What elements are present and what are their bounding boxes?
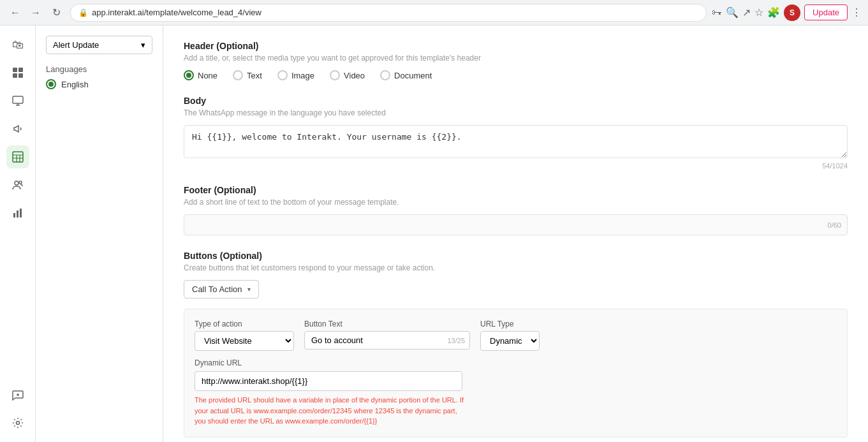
left-panel: Alert Update ▾ Languages English (36, 26, 163, 442)
button-text-group: Button Text 13/25 (304, 320, 470, 351)
action-row-header: Type of action Visit Website Call Phone … (195, 320, 837, 351)
svg-rect-0 (13, 68, 17, 72)
footer-section: Footer (Optional) Add a short line of te… (184, 185, 848, 235)
extension-icon[interactable]: 🧩 (767, 6, 780, 18)
lock-icon: 🔒 (78, 8, 88, 17)
image-radio[interactable] (277, 70, 288, 80)
document-radio[interactable] (380, 70, 390, 80)
footer-char-count: 0/60 (828, 221, 841, 229)
url-text: app.interakt.ai/template/welcome_lead_4/… (92, 8, 261, 17)
nav-monitor[interactable] (6, 89, 29, 112)
footer-title: Footer (Optional) (184, 185, 848, 195)
nav-bag[interactable]: 🛍 (6, 33, 29, 56)
nav-megaphone[interactable] (6, 117, 29, 140)
svg-rect-9 (17, 210, 18, 217)
none-radio[interactable] (184, 70, 194, 80)
button-text-char-count: 13/25 (447, 337, 465, 344)
footer-desc: Add a short line of text to the bottom o… (184, 198, 848, 207)
type-of-action-select[interactable]: Visit Website Call Phone Number (195, 331, 294, 351)
main-content: Header (Optional) Add a title, or, selec… (163, 26, 868, 442)
url-type-group: URL Type Dynamic Static (480, 320, 540, 351)
text-radio[interactable] (233, 70, 243, 80)
buttons-section: Buttons (Optional) Create buttons that l… (184, 251, 848, 438)
header-radio-group: None Text Image Video Document (184, 70, 848, 80)
body-char-count: 54/1024 (184, 162, 848, 170)
cta-dropdown[interactable]: Call To Action ▾ (184, 280, 259, 298)
nav-people[interactable] (6, 173, 29, 196)
svg-rect-10 (20, 209, 22, 217)
svg-rect-1 (18, 68, 23, 72)
video-radio[interactable] (330, 70, 340, 80)
svg-point-11 (16, 422, 19, 425)
browser-navigation[interactable]: ← → ↻ (6, 4, 65, 22)
url-type-select[interactable]: Dynamic Static (480, 331, 540, 351)
key-icon[interactable]: 🗝 (712, 7, 722, 18)
dynamic-url-input[interactable] (195, 371, 462, 391)
languages-label: Languages (46, 64, 152, 74)
url-warning: The provided URL should have a variable … (195, 395, 469, 427)
update-button[interactable]: Update (804, 4, 848, 20)
browser-bar: ← → ↻ 🔒 app.interakt.ai/template/welcome… (0, 0, 868, 26)
nav-settings[interactable] (6, 411, 29, 434)
cta-chevron-icon: ▾ (247, 286, 251, 293)
svg-rect-3 (18, 73, 23, 78)
header-title: Header (Optional) (184, 41, 848, 51)
svg-rect-4 (13, 96, 23, 103)
nav-add-chat[interactable] (6, 383, 29, 406)
more-button[interactable]: ⋮ (851, 6, 862, 18)
header-section: Header (Optional) Add a title, or, selec… (184, 41, 848, 80)
chevron-down-icon: ▾ (141, 40, 145, 50)
browser-actions: 🗝 🔍 ↗ ☆ 🧩 S Update ⋮ (712, 4, 862, 21)
nav-table[interactable] (6, 145, 29, 168)
header-option-none[interactable]: None (184, 70, 217, 80)
body-section: Body The WhatsApp message in the languag… (184, 96, 848, 170)
header-desc: Add a title, or, select the media type y… (184, 54, 848, 63)
english-radio[interactable] (46, 79, 56, 89)
button-text-label: Button Text (304, 320, 470, 328)
type-of-action-group: Type of action Visit Website Call Phone … (195, 320, 294, 351)
star-icon[interactable]: ☆ (754, 6, 763, 18)
buttons-desc: Create buttons that let customers respon… (184, 263, 848, 272)
url-type-label: URL Type (480, 320, 540, 328)
header-option-video[interactable]: Video (330, 70, 365, 80)
address-bar[interactable]: 🔒 app.interakt.ai/template/welcome_lead_… (70, 4, 707, 22)
svg-rect-2 (13, 73, 17, 78)
dynamic-url-label: Dynamic URL (195, 358, 837, 367)
type-of-action-label: Type of action (195, 320, 294, 328)
dynamic-url-section: Dynamic URL The provided URL should have… (195, 358, 837, 427)
header-option-text[interactable]: Text (233, 70, 262, 80)
body-desc: The WhatsApp message in the language you… (184, 108, 848, 117)
buttons-title: Buttons (Optional) (184, 251, 848, 261)
share-icon[interactable]: ↗ (742, 6, 751, 18)
svg-point-7 (19, 181, 22, 184)
body-textarea[interactable]: Hi {{1}}, welcome to Interakt. Your user… (184, 125, 848, 158)
svg-rect-5 (13, 152, 23, 162)
body-title: Body (184, 96, 848, 106)
header-option-document[interactable]: Document (380, 70, 432, 80)
sidebar-nav: 🛍 (0, 26, 36, 442)
english-label: English (61, 80, 89, 89)
header-option-image[interactable]: Image (277, 70, 314, 80)
cta-label: Call To Action (192, 284, 242, 294)
template-dropdown[interactable]: Alert Update ▾ (46, 36, 152, 54)
button-text-wrapper: 13/25 (304, 331, 470, 350)
footer-input[interactable] (184, 214, 848, 235)
footer-input-wrapper: 0/60 (184, 214, 848, 235)
svg-point-6 (15, 181, 18, 185)
back-button[interactable]: ← (6, 4, 24, 22)
reload-button[interactable]: ↻ (47, 4, 65, 22)
nav-grid[interactable] (6, 61, 29, 84)
language-item-english[interactable]: English (46, 79, 152, 89)
nav-chart[interactable] (6, 202, 29, 225)
search-icon[interactable]: 🔍 (726, 6, 739, 18)
user-avatar[interactable]: S (784, 4, 800, 21)
svg-rect-8 (13, 213, 15, 217)
action-row: Type of action Visit Website Call Phone … (184, 309, 848, 438)
forward-button[interactable]: → (27, 4, 45, 22)
button-text-input[interactable] (304, 331, 470, 350)
